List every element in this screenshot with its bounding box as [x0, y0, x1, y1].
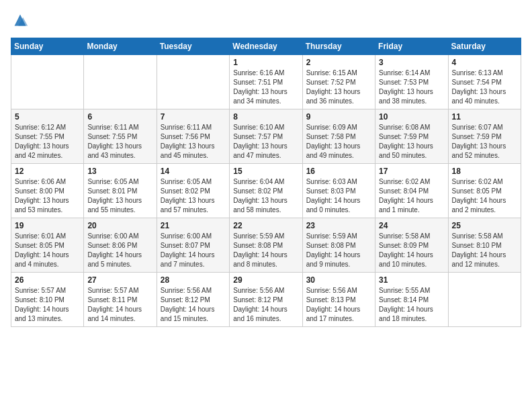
day-info: Sunrise: 6:10 AM Sunset: 7:57 PM Dayligh… [233, 123, 298, 161]
day-info: Sunrise: 6:02 AM Sunset: 8:05 PM Dayligh… [452, 177, 517, 215]
weekday-header: Sunday [11, 38, 84, 55]
day-number: 4 [452, 58, 517, 67]
calendar-week-row: 12Sunrise: 6:06 AM Sunset: 8:00 PM Dayli… [11, 164, 521, 218]
day-info: Sunrise: 6:14 AM Sunset: 7:53 PM Dayligh… [379, 68, 444, 106]
calendar-cell [157, 55, 229, 109]
weekday-header: Saturday [448, 38, 521, 55]
calendar-cell: 31Sunrise: 5:55 AM Sunset: 8:14 PM Dayli… [375, 273, 448, 327]
day-number: 31 [379, 275, 444, 285]
weekday-header: Friday [375, 38, 448, 55]
calendar-cell: 30Sunrise: 5:56 AM Sunset: 8:13 PM Dayli… [302, 273, 375, 327]
day-number: 3 [379, 58, 444, 67]
day-info: Sunrise: 5:59 AM Sunset: 8:08 PM Dayligh… [306, 232, 371, 269]
day-info: Sunrise: 6:02 AM Sunset: 8:04 PM Dayligh… [379, 177, 444, 215]
day-number: 29 [233, 275, 298, 285]
calendar-week-row: 19Sunrise: 6:01 AM Sunset: 8:05 PM Dayli… [11, 218, 521, 273]
day-info: Sunrise: 6:00 AM Sunset: 8:07 PM Dayligh… [161, 232, 226, 269]
day-number: 30 [306, 275, 371, 285]
day-number: 2 [306, 58, 371, 67]
day-number: 18 [452, 167, 517, 176]
day-number: 21 [161, 221, 226, 230]
day-number: 28 [161, 275, 226, 285]
day-number: 20 [87, 221, 152, 230]
calendar-cell: 7Sunrise: 6:11 AM Sunset: 7:56 PM Daylig… [157, 109, 229, 164]
day-info: Sunrise: 6:13 AM Sunset: 7:54 PM Dayligh… [452, 68, 517, 106]
day-info: Sunrise: 6:16 AM Sunset: 7:51 PM Dayligh… [233, 68, 298, 106]
calendar-cell: 2Sunrise: 6:15 AM Sunset: 7:52 PM Daylig… [302, 55, 375, 109]
day-info: Sunrise: 5:55 AM Sunset: 8:14 PM Dayligh… [379, 286, 444, 324]
calendar-cell: 26Sunrise: 5:57 AM Sunset: 8:10 PM Dayli… [11, 273, 84, 327]
day-info: Sunrise: 6:11 AM Sunset: 7:56 PM Dayligh… [161, 123, 226, 161]
calendar-cell: 13Sunrise: 6:05 AM Sunset: 8:01 PM Dayli… [84, 164, 157, 218]
calendar-cell: 23Sunrise: 5:59 AM Sunset: 8:08 PM Dayli… [302, 218, 375, 273]
calendar-cell: 18Sunrise: 6:02 AM Sunset: 8:05 PM Dayli… [448, 164, 521, 218]
day-number: 6 [87, 112, 152, 122]
day-number: 14 [161, 167, 226, 176]
calendar-cell: 29Sunrise: 5:56 AM Sunset: 8:12 PM Dayli… [230, 273, 302, 327]
calendar-cell: 8Sunrise: 6:10 AM Sunset: 7:57 PM Daylig… [230, 109, 302, 164]
day-number: 10 [379, 112, 444, 122]
calendar-cell: 12Sunrise: 6:06 AM Sunset: 8:00 PM Dayli… [11, 164, 84, 218]
calendar-cell: 10Sunrise: 6:08 AM Sunset: 7:59 PM Dayli… [375, 109, 448, 164]
day-info: Sunrise: 6:15 AM Sunset: 7:52 PM Dayligh… [306, 68, 371, 106]
day-info: Sunrise: 6:09 AM Sunset: 7:58 PM Dayligh… [306, 123, 371, 161]
calendar-cell: 4Sunrise: 6:13 AM Sunset: 7:54 PM Daylig… [448, 55, 521, 109]
day-info: Sunrise: 5:58 AM Sunset: 8:10 PM Dayligh… [452, 232, 517, 269]
day-number: 11 [452, 112, 517, 122]
day-number: 15 [233, 167, 298, 176]
calendar-cell: 28Sunrise: 5:56 AM Sunset: 8:12 PM Dayli… [157, 273, 229, 327]
weekday-header: Tuesday [157, 38, 229, 55]
calendar: SundayMondayTuesdayWednesdayThursdayFrid… [11, 38, 521, 327]
day-info: Sunrise: 5:57 AM Sunset: 8:10 PM Dayligh… [15, 286, 80, 324]
calendar-cell [84, 55, 157, 109]
page-header [11, 11, 521, 30]
logo-icon [11, 11, 30, 30]
day-number: 16 [306, 167, 371, 176]
day-info: Sunrise: 5:56 AM Sunset: 8:13 PM Dayligh… [306, 286, 371, 324]
day-number: 13 [87, 167, 152, 176]
day-info: Sunrise: 6:07 AM Sunset: 7:59 PM Dayligh… [452, 123, 517, 161]
calendar-week-row: 26Sunrise: 5:57 AM Sunset: 8:10 PM Dayli… [11, 273, 521, 327]
weekday-header: Thursday [302, 38, 375, 55]
day-info: Sunrise: 6:01 AM Sunset: 8:05 PM Dayligh… [15, 232, 80, 269]
day-info: Sunrise: 5:58 AM Sunset: 8:09 PM Dayligh… [379, 232, 444, 269]
day-number: 9 [306, 112, 371, 122]
day-number: 5 [15, 112, 80, 122]
day-info: Sunrise: 6:05 AM Sunset: 8:01 PM Dayligh… [87, 177, 152, 215]
day-info: Sunrise: 5:56 AM Sunset: 8:12 PM Dayligh… [233, 286, 298, 324]
calendar-cell: 1Sunrise: 6:16 AM Sunset: 7:51 PM Daylig… [230, 55, 302, 109]
day-number: 22 [233, 221, 298, 230]
day-number: 23 [306, 221, 371, 230]
day-info: Sunrise: 6:00 AM Sunset: 8:06 PM Dayligh… [87, 232, 152, 269]
calendar-week-row: 5Sunrise: 6:12 AM Sunset: 7:55 PM Daylig… [11, 109, 521, 164]
calendar-cell: 11Sunrise: 6:07 AM Sunset: 7:59 PM Dayli… [448, 109, 521, 164]
day-info: Sunrise: 6:04 AM Sunset: 8:02 PM Dayligh… [233, 177, 298, 215]
calendar-cell: 16Sunrise: 6:03 AM Sunset: 8:03 PM Dayli… [302, 164, 375, 218]
calendar-cell: 14Sunrise: 6:05 AM Sunset: 8:02 PM Dayli… [157, 164, 229, 218]
calendar-cell: 3Sunrise: 6:14 AM Sunset: 7:53 PM Daylig… [375, 55, 448, 109]
weekday-header: Monday [84, 38, 157, 55]
calendar-cell: 24Sunrise: 5:58 AM Sunset: 8:09 PM Dayli… [375, 218, 448, 273]
day-info: Sunrise: 6:12 AM Sunset: 7:55 PM Dayligh… [15, 123, 80, 161]
weekday-header: Wednesday [230, 38, 302, 55]
weekday-header-row: SundayMondayTuesdayWednesdayThursdayFrid… [11, 38, 521, 55]
calendar-cell: 21Sunrise: 6:00 AM Sunset: 8:07 PM Dayli… [157, 218, 229, 273]
calendar-cell: 25Sunrise: 5:58 AM Sunset: 8:10 PM Dayli… [448, 218, 521, 273]
day-number: 24 [379, 221, 444, 230]
day-info: Sunrise: 6:06 AM Sunset: 8:00 PM Dayligh… [15, 177, 80, 215]
day-number: 26 [15, 275, 80, 285]
calendar-cell: 9Sunrise: 6:09 AM Sunset: 7:58 PM Daylig… [302, 109, 375, 164]
day-number: 25 [452, 221, 517, 230]
calendar-week-row: 1Sunrise: 6:16 AM Sunset: 7:51 PM Daylig… [11, 55, 521, 109]
calendar-cell: 15Sunrise: 6:04 AM Sunset: 8:02 PM Dayli… [230, 164, 302, 218]
day-info: Sunrise: 6:05 AM Sunset: 8:02 PM Dayligh… [161, 177, 226, 215]
day-number: 8 [233, 112, 298, 122]
day-info: Sunrise: 6:08 AM Sunset: 7:59 PM Dayligh… [379, 123, 444, 161]
day-number: 27 [87, 275, 152, 285]
calendar-cell: 19Sunrise: 6:01 AM Sunset: 8:05 PM Dayli… [11, 218, 84, 273]
calendar-cell: 20Sunrise: 6:00 AM Sunset: 8:06 PM Dayli… [84, 218, 157, 273]
logo [11, 11, 32, 30]
calendar-cell [448, 273, 521, 327]
day-number: 1 [233, 58, 298, 67]
day-number: 19 [15, 221, 80, 230]
